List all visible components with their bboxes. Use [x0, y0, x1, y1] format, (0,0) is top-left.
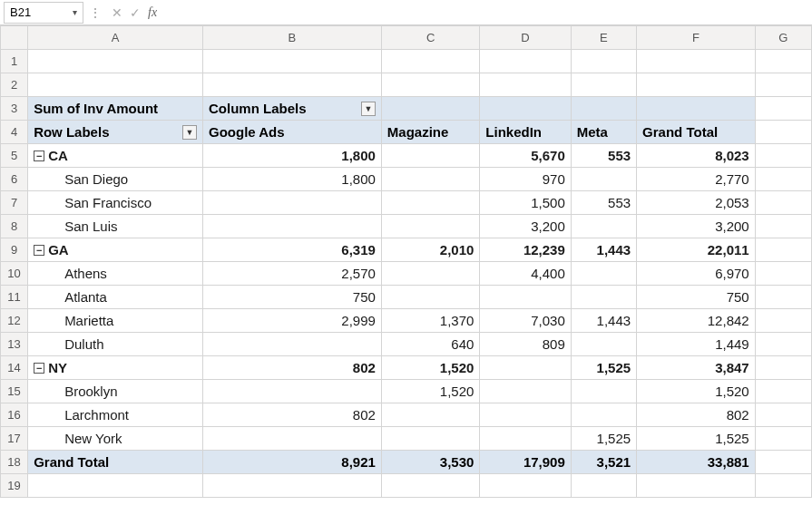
pivot-grand-total[interactable]: 3,521 — [572, 451, 636, 473]
pivot-value[interactable]: 1,500 — [480, 191, 570, 214]
col-header-F[interactable]: F — [637, 26, 756, 50]
pivot-value[interactable] — [480, 356, 570, 379]
pivot-value[interactable]: 3,847 — [637, 356, 755, 379]
pivot-value[interactable] — [382, 215, 479, 238]
pivot-value[interactable] — [382, 427, 479, 450]
pivot-value[interactable]: 640 — [382, 333, 479, 355]
pivot-value[interactable]: 750 — [637, 286, 755, 308]
chevron-down-icon[interactable]: ▾ — [73, 7, 77, 17]
column-labels-filter-icon[interactable]: ▼ — [361, 102, 376, 116]
pivot-row-label[interactable]: San Diego — [28, 168, 202, 190]
pivot-value[interactable]: 4,400 — [480, 262, 570, 285]
row-header[interactable]: 8 — [1, 215, 28, 238]
row-labels-filter-icon[interactable]: ▼ — [182, 125, 197, 140]
pivot-value[interactable] — [480, 380, 570, 403]
pivot-value[interactable] — [480, 427, 570, 450]
pivot-grand-total[interactable]: 8,921 — [203, 451, 381, 473]
pivot-grand-total[interactable]: 33,881 — [637, 451, 755, 473]
pivot-row-label[interactable]: San Francisco — [28, 191, 202, 214]
pivot-group-row[interactable]: −NY — [28, 356, 202, 379]
fx-label[interactable]: fx — [148, 5, 157, 20]
pivot-value[interactable] — [203, 215, 381, 238]
pivot-value[interactable] — [203, 427, 381, 450]
pivot-value[interactable]: 1,525 — [572, 427, 636, 450]
row-header[interactable]: 14 — [1, 356, 28, 380]
col-header-C[interactable]: C — [381, 26, 479, 50]
pivot-value[interactable] — [382, 144, 479, 167]
col-header-D[interactable]: D — [480, 26, 571, 50]
pivot-value[interactable]: 802 — [203, 356, 381, 379]
pivot-value[interactable] — [572, 168, 636, 190]
pivot-value[interactable] — [382, 191, 479, 214]
pivot-value[interactable]: 553 — [572, 144, 636, 167]
pivot-value[interactable]: 1,370 — [382, 309, 479, 332]
pivot-value[interactable] — [572, 286, 636, 308]
pivot-value[interactable]: 3,200 — [637, 215, 755, 238]
pivot-value[interactable]: 1,525 — [572, 356, 636, 379]
pivot-value[interactable] — [382, 168, 479, 190]
pivot-value[interactable] — [382, 286, 479, 308]
pivot-row-label[interactable]: Larchmont — [28, 403, 202, 426]
pivot-value[interactable] — [203, 333, 381, 355]
collapse-icon[interactable]: − — [34, 245, 44, 256]
pivot-value[interactable]: 1,443 — [572, 309, 636, 332]
formula-input[interactable] — [161, 3, 812, 23]
row-header[interactable]: 4 — [1, 121, 28, 144]
name-box[interactable]: B21 ▾ — [4, 2, 83, 24]
pivot-value[interactable]: 1,800 — [203, 168, 381, 190]
cancel-formula-icon[interactable]: ✕ — [112, 5, 122, 20]
pivot-row-label[interactable]: Atlanta — [28, 286, 202, 308]
pivot-value[interactable]: 1,449 — [637, 333, 755, 355]
pivot-value[interactable] — [203, 380, 381, 403]
accept-formula-icon[interactable]: ✓ — [130, 5, 141, 20]
pivot-row-label[interactable]: Marietta — [28, 309, 202, 332]
pivot-row-label[interactable]: Duluth — [28, 333, 202, 355]
pivot-group-row[interactable]: −CA — [28, 144, 202, 167]
pivot-value[interactable]: 2,570 — [203, 262, 381, 285]
pivot-value[interactable]: 2,770 — [637, 168, 755, 190]
row-header[interactable]: 2 — [1, 73, 28, 97]
pivot-value[interactable]: 12,842 — [637, 309, 755, 332]
pivot-value[interactable]: 809 — [480, 333, 570, 355]
col-header-G[interactable]: G — [755, 26, 811, 50]
col-header-A[interactable]: A — [28, 26, 203, 50]
pivot-value[interactable] — [572, 333, 636, 355]
pivot-value[interactable]: 1,520 — [637, 380, 755, 403]
pivot-value[interactable]: 2,053 — [637, 191, 755, 214]
pivot-value[interactable]: 970 — [480, 168, 570, 190]
row-header[interactable]: 7 — [1, 191, 28, 215]
pivot-value[interactable]: 553 — [572, 191, 636, 214]
pivot-value[interactable] — [480, 286, 570, 308]
pivot-value[interactable]: 802 — [203, 403, 381, 426]
row-header[interactable]: 1 — [1, 50, 28, 73]
row-header[interactable]: 15 — [1, 380, 28, 403]
pivot-value[interactable]: 3,200 — [480, 215, 570, 238]
pivot-group-row[interactable]: −GA — [28, 238, 202, 261]
pivot-value[interactable]: 2,010 — [382, 238, 479, 261]
pivot-value[interactable] — [382, 403, 479, 426]
pivot-value[interactable]: 1,800 — [203, 144, 381, 167]
row-header[interactable]: 5 — [1, 144, 28, 168]
pivot-value[interactable] — [572, 403, 636, 426]
pivot-row-label[interactable]: New York — [28, 427, 202, 450]
pivot-value[interactable] — [382, 262, 479, 285]
pivot-value[interactable] — [203, 191, 381, 214]
collapse-icon[interactable]: − — [34, 151, 44, 161]
row-header[interactable]: 3 — [1, 97, 28, 121]
pivot-grand-total[interactable]: 17,909 — [480, 451, 570, 473]
row-header[interactable]: 13 — [1, 333, 28, 356]
pivot-value[interactable]: 2,999 — [203, 309, 381, 332]
pivot-value[interactable]: 8,023 — [637, 144, 755, 167]
row-header[interactable]: 17 — [1, 427, 28, 451]
pivot-value[interactable]: 12,239 — [480, 238, 570, 261]
pivot-row-label[interactable]: Athens — [28, 262, 202, 285]
pivot-value[interactable]: 1,443 — [572, 238, 636, 261]
col-header-E[interactable]: E — [571, 26, 636, 50]
pivot-value[interactable]: 1,520 — [382, 356, 479, 379]
pivot-value[interactable]: 1,525 — [637, 427, 755, 450]
select-all-corner[interactable] — [1, 26, 28, 50]
pivot-value[interactable] — [572, 215, 636, 238]
row-header[interactable]: 11 — [1, 286, 28, 309]
pivot-value[interactable]: 750 — [203, 286, 381, 308]
row-header[interactable]: 19 — [1, 474, 28, 498]
